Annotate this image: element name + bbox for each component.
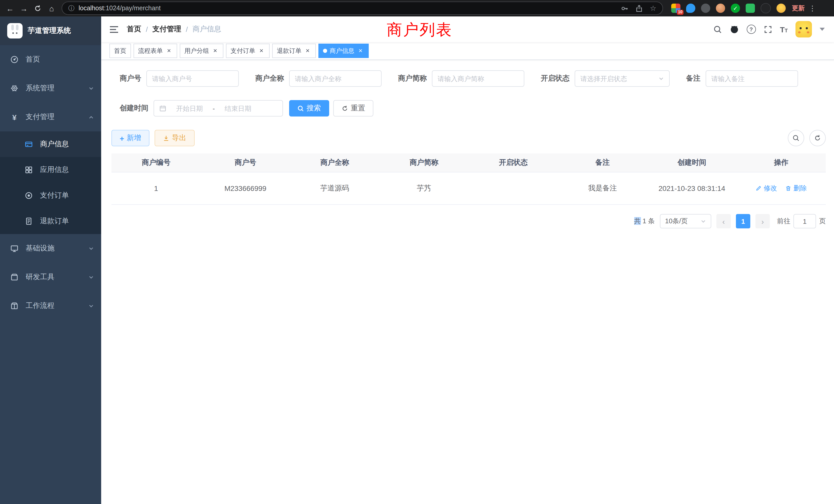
breadcrumb-separator: /	[146, 25, 148, 33]
tags-view: 首页 流程表单 × 用户分组 × 支付订单 × 退款订单 × 商户信息 ×	[101, 42, 834, 60]
profile-avatar-icon[interactable]	[776, 4, 786, 13]
sidebar-item-home[interactable]: 首页	[0, 45, 101, 74]
tab-home[interactable]: 首页	[109, 44, 131, 58]
navbar-actions: ? TT	[713, 21, 825, 38]
user-avatar[interactable]	[795, 21, 812, 38]
sidebar-item-label: 应用信息	[40, 165, 69, 175]
browser-update-button[interactable]: 更新	[792, 4, 805, 13]
page-annotation: 商户列表	[387, 20, 453, 41]
main-area: 首页 / 支付管理 / 商户信息 商户列表	[101, 17, 834, 504]
calendar-icon	[159, 105, 167, 112]
browser-home-icon[interactable]: ⌂	[45, 1, 59, 15]
breadcrumb-home[interactable]: 首页	[127, 25, 141, 34]
toggle-search-icon[interactable]	[788, 130, 804, 146]
right-toolbar	[788, 130, 826, 146]
sidebar-item-dev-tools[interactable]: 研发工具	[0, 263, 101, 292]
refresh-icon[interactable]	[809, 130, 826, 146]
goto-page-input[interactable]	[793, 214, 816, 228]
sidebar-item-system[interactable]: 系统管理	[0, 74, 101, 102]
breadcrumb-payment[interactable]: 支付管理	[153, 25, 181, 34]
tab-process-form[interactable]: 流程表单 ×	[133, 44, 177, 58]
sidebar-item-label: 商户信息	[40, 140, 69, 149]
sidebar-item-pay-order[interactable]: 支付订单	[0, 183, 101, 208]
tab-merchant-info[interactable]: 商户信息 ×	[319, 44, 369, 58]
sidebar-item-merchant-info[interactable]: 商户信息	[0, 131, 101, 157]
extension-icon[interactable]	[701, 4, 710, 13]
close-icon[interactable]: ×	[304, 47, 311, 54]
sidebar-item-workflow[interactable]: 工作流程	[0, 292, 101, 320]
table-toolbar: + 新增 导出	[111, 130, 826, 146]
close-icon[interactable]: ×	[166, 47, 173, 54]
plus-icon: +	[120, 134, 124, 142]
next-page-button[interactable]: ›	[755, 214, 770, 228]
sidebar-item-infrastructure[interactable]: 基础设施	[0, 234, 101, 263]
password-key-icon[interactable]	[621, 4, 629, 12]
extension-icon[interactable]	[716, 4, 725, 13]
github-icon[interactable]	[729, 25, 739, 34]
sidebar-item-refund-order[interactable]: 退款订单	[0, 208, 101, 234]
table-header: 商户简称	[379, 158, 468, 167]
browser-reload-icon[interactable]	[31, 1, 45, 15]
add-button[interactable]: + 新增	[111, 130, 150, 146]
date-end-input[interactable]	[218, 105, 258, 112]
date-start-input[interactable]	[170, 105, 210, 112]
sidebar-item-label: 系统管理	[26, 84, 54, 93]
chevron-down-icon	[658, 76, 664, 81]
extension-icon[interactable]	[761, 3, 771, 13]
remark-input[interactable]	[711, 75, 792, 83]
sidebar-item-label: 基础设施	[26, 244, 54, 253]
font-size-icon[interactable]: TT	[780, 25, 788, 33]
sidebar-item-payment[interactable]: ¥ 支付管理	[0, 102, 101, 131]
hamburger-icon[interactable]	[109, 25, 118, 33]
status-select-input[interactable]	[580, 75, 655, 83]
tab-refund-order[interactable]: 退款订单 ×	[272, 44, 316, 58]
reset-button[interactable]: 重置	[333, 100, 373, 116]
browser-menu-icon[interactable]: ⋮	[809, 1, 816, 15]
date-range-picker[interactable]: -	[154, 100, 283, 116]
search-icon[interactable]	[713, 25, 722, 33]
merchant-short-input[interactable]	[438, 75, 519, 83]
delete-link[interactable]: 删除	[785, 184, 807, 193]
merchant-name-input[interactable]	[295, 75, 376, 83]
close-icon[interactable]: ×	[357, 47, 364, 54]
page-number-1[interactable]: 1	[736, 214, 750, 228]
extensions-puzzle-icon[interactable]: 10	[671, 4, 680, 13]
app-title: 芋道管理系统	[28, 26, 71, 36]
close-icon[interactable]: ×	[212, 47, 219, 54]
merchant-short-label: 商户简称	[398, 74, 427, 83]
tab-pay-order[interactable]: 支付订单 ×	[226, 44, 270, 58]
sidebar-item-label: 支付管理	[26, 112, 54, 122]
sidebar-item-label: 工作流程	[26, 301, 54, 311]
merchant-no-field	[146, 70, 239, 87]
browser-forward-icon[interactable]: →	[17, 1, 31, 15]
edit-link[interactable]: 修改	[755, 184, 777, 193]
cell-merchant-id: 1	[111, 184, 201, 192]
extension-icon[interactable]	[686, 4, 695, 13]
tab-user-group[interactable]: 用户分组 ×	[180, 44, 223, 58]
box-icon	[10, 273, 19, 281]
prev-page-button[interactable]: ‹	[717, 214, 731, 228]
help-icon[interactable]: ?	[746, 25, 756, 34]
goto-unit: 页	[819, 216, 826, 226]
table-header: 操作	[737, 158, 826, 167]
page-size-select[interactable]: 10条/页	[660, 214, 711, 228]
fullscreen-icon[interactable]	[763, 25, 772, 33]
filter-row-2: 创建时间 -	[111, 100, 826, 116]
browser-address-bar[interactable]: ⓘ localhost:1024/pay/merchant ☆	[62, 2, 663, 15]
sidebar-item-app-info[interactable]: 应用信息	[0, 157, 101, 183]
export-button[interactable]: 导出	[155, 130, 195, 146]
share-icon[interactable]	[636, 4, 643, 12]
bookmark-star-icon[interactable]: ☆	[650, 4, 656, 12]
cell-short-name: 芋艿	[379, 184, 468, 193]
chevron-down-icon	[88, 246, 94, 251]
chevron-down-icon[interactable]	[820, 28, 825, 31]
status-select[interactable]	[575, 70, 670, 87]
merchant-no-input[interactable]	[152, 75, 233, 83]
page-info-icon[interactable]: ⓘ	[68, 4, 74, 13]
close-icon[interactable]: ×	[258, 47, 265, 54]
search-button[interactable]: 搜索	[289, 100, 329, 116]
browser-back-icon[interactable]: ←	[3, 1, 17, 15]
app-logo[interactable]: 芋道管理系统	[0, 17, 101, 45]
extension-icon[interactable]: ✓	[731, 4, 740, 13]
extension-icon[interactable]	[746, 4, 755, 13]
